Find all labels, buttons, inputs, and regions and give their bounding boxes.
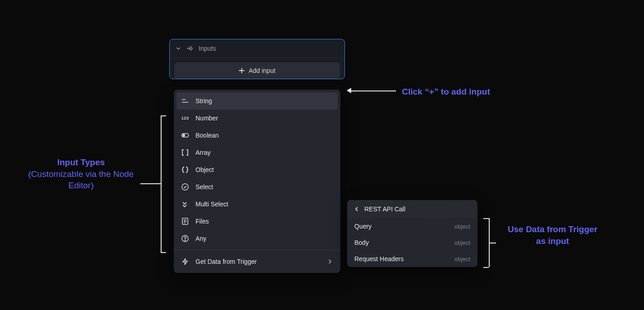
annotation-trigger-data: Use Data from Trigger as input: [501, 224, 605, 247]
type-option-label: Multi Select: [196, 200, 228, 208]
toggle-icon: [181, 131, 189, 139]
flyout-row-body[interactable]: Body object: [347, 234, 477, 251]
flyout-row-type: object: [454, 223, 470, 230]
flyout-header[interactable]: REST API Call: [347, 200, 477, 218]
brackets-icon: [181, 148, 189, 157]
bracket-line: [161, 115, 166, 116]
type-option-array[interactable]: Array: [174, 144, 340, 161]
add-input-label: Add input: [248, 67, 275, 74]
input-type-menu: String 123 Number Boolean Array Object S…: [174, 90, 340, 273]
inputs-panel-body: Add input: [170, 58, 344, 79]
multi-select-icon: [181, 200, 189, 208]
svg-point-5: [185, 240, 186, 241]
annotation-line: as input: [501, 235, 605, 247]
bracket-line: [483, 267, 489, 268]
inputs-panel-title: Inputs: [199, 45, 216, 52]
flyout-row-label: Body: [354, 239, 369, 246]
flyout-row-label: Request Headers: [354, 255, 404, 262]
menu-divider: [174, 250, 340, 250]
annotation-line: Use Data from Trigger: [501, 224, 605, 235]
bracket-line: [161, 115, 162, 252]
add-input-button[interactable]: Add input: [174, 62, 340, 79]
annotation-add-input: Click “+” to add input: [402, 86, 490, 98]
bracket-line: [140, 183, 161, 184]
chevron-left-icon: [353, 206, 360, 212]
type-option-label: Any: [196, 235, 206, 242]
file-icon: [181, 217, 189, 225]
type-option-string[interactable]: String: [177, 92, 338, 110]
select-icon: [181, 183, 189, 191]
annotation-text: Click “+” to add input: [402, 87, 490, 96]
flyout-row-query[interactable]: Query object: [347, 218, 477, 234]
type-option-label: Get Data from Trigger: [196, 258, 257, 265]
annotation-input-types: Input Types (Customizable via the Node E…: [24, 157, 138, 191]
flyout-row-type: object: [454, 256, 470, 262]
inputs-panel-header[interactable]: Inputs: [170, 39, 344, 58]
type-option-multi-select[interactable]: Multi Select: [174, 196, 340, 213]
type-option-boolean[interactable]: Boolean: [174, 127, 340, 144]
trigger-data-flyout: REST API Call Query object Body object R…: [347, 200, 477, 267]
arrow-head-icon: [347, 88, 351, 93]
flyout-row-type: object: [454, 239, 470, 246]
type-option-files[interactable]: Files: [174, 213, 340, 230]
flyout-row-headers[interactable]: Request Headers object: [347, 251, 477, 267]
inputs-panel: Inputs Add input: [169, 39, 345, 79]
arrow-line: [350, 91, 396, 91]
input-arrow-icon: [186, 45, 193, 52]
bolt-icon: [181, 258, 189, 266]
number-icon: 123: [181, 114, 189, 122]
plus-icon: [239, 67, 245, 74]
type-option-label: Number: [196, 114, 218, 122]
caret-down-icon: [176, 46, 181, 51]
bracket-line: [489, 243, 496, 243]
type-option-object[interactable]: Object: [174, 161, 340, 178]
type-option-trigger-data[interactable]: Get Data from Trigger: [174, 253, 340, 270]
type-option-label: Array: [196, 149, 210, 156]
text-icon: [181, 97, 189, 105]
bracket-line: [483, 218, 489, 219]
svg-point-1: [183, 134, 185, 136]
type-option-number[interactable]: 123 Number: [174, 110, 340, 127]
annotation-subtitle: (Customizable via the Node Editor): [24, 168, 138, 191]
type-option-label: Files: [196, 218, 209, 225]
type-option-label: Object: [196, 166, 214, 173]
type-option-select[interactable]: Select: [174, 178, 340, 196]
type-option-any[interactable]: Any: [174, 230, 340, 247]
type-option-label: String: [196, 97, 212, 105]
annotation-title: Input Types: [24, 157, 138, 168]
type-option-label: Select: [196, 183, 213, 191]
question-icon: [181, 234, 189, 243]
flyout-row-label: Query: [354, 223, 372, 230]
flyout-title: REST API Call: [364, 205, 405, 213]
bracket-line: [161, 252, 166, 253]
type-option-label: Boolean: [196, 132, 219, 139]
braces-icon: [181, 166, 189, 174]
chevron-right-icon: [327, 258, 333, 265]
